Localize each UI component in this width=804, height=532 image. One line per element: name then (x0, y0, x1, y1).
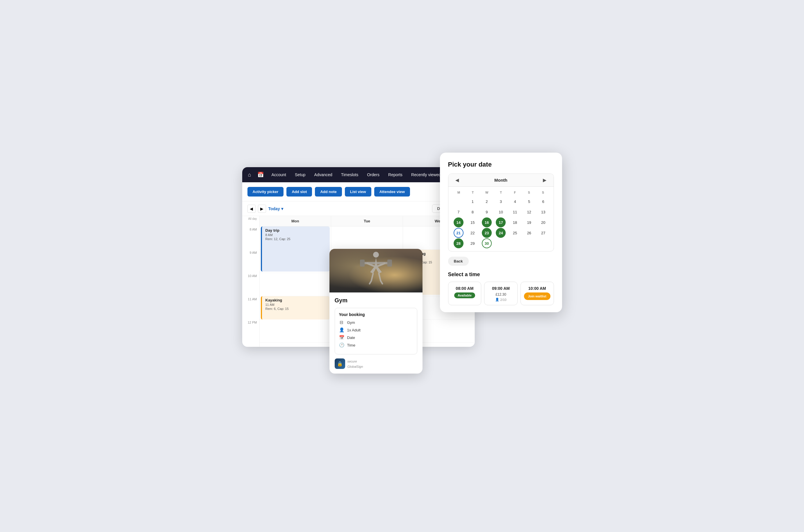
mini-cal-grid: M T W T F S S 1 2 3 4 5 6 (448, 187, 554, 251)
booking-summary: Your booking ⊟ Gym 👤 1x Adult 📅 Date 🕐 T… (335, 308, 417, 354)
nav-orders[interactable]: Orders (363, 170, 384, 179)
time-9am: 9 AM (242, 250, 259, 273)
cal-nav: ◀ ▶ Today ▾ (247, 205, 283, 213)
booking-row-gym: ⊟ Gym (339, 320, 413, 325)
time-12pm: 12 PM (242, 320, 259, 343)
next-button[interactable]: ▶ (258, 205, 266, 213)
mini-cal-header: ◀ Month ▶ (448, 174, 554, 187)
nav-timeslots[interactable]: Timeslots (337, 170, 362, 179)
cal-day-6[interactable]: 6 (538, 196, 548, 206)
time-8am: 8 AM (242, 226, 259, 250)
globalsign-label: GlobalSign (348, 365, 363, 368)
weekdays-row: M T W T F S S (452, 190, 550, 195)
home-icon[interactable]: ⌂ (245, 170, 254, 180)
cal-day-20[interactable]: 20 (538, 217, 548, 227)
day-header-mon: Mon (260, 216, 331, 226)
cal-day-1[interactable]: 1 (468, 196, 478, 206)
cal-day-26[interactable]: 26 (524, 228, 534, 238)
date-picker-panel: Pick your date ◀ Month ▶ M T W T F S S (440, 153, 562, 312)
timeslot-9am[interactable]: 09:00 AM £12.30 👤 2/10 (484, 282, 518, 305)
days-grid: 1 2 3 4 5 6 7 8 9 10 11 12 13 14 15 (452, 196, 550, 248)
time-price: £12.30 (487, 292, 515, 297)
cal-day-17[interactable]: 17 (496, 217, 506, 227)
cal-day-24[interactable]: 24 (496, 228, 506, 238)
timeslot-10am[interactable]: 10:00 AM Join waitlist (521, 282, 554, 305)
cal-day-23[interactable]: 23 (482, 228, 492, 238)
prev-button[interactable]: ◀ (247, 205, 256, 213)
gym-icon: ⊟ (339, 320, 344, 325)
time-slots-row: 08:00 AM Available 09:00 AM £12.30 👤 2/1… (448, 282, 554, 305)
cal-prev-button[interactable]: ◀ (453, 177, 461, 184)
add-note-button[interactable]: Add note (315, 187, 342, 196)
day-header-tue: Tue (331, 216, 403, 226)
list-view-button[interactable]: List view (345, 187, 371, 196)
cal-day-13[interactable]: 13 (538, 207, 548, 217)
cal-day-5[interactable]: 5 (524, 196, 534, 206)
cal-day-10[interactable]: 10 (496, 207, 506, 217)
cal-day-29[interactable]: 29 (468, 239, 478, 248)
nav-setup[interactable]: Setup (291, 170, 310, 179)
secure-label: secure (348, 360, 357, 363)
cal-day-16[interactable]: 16 (482, 217, 492, 227)
back-button[interactable]: Back (448, 257, 469, 266)
gym-title: Gym (335, 297, 417, 304)
cal-day-14[interactable]: 14 (454, 217, 464, 227)
available-badge: Available (454, 292, 475, 298)
day-col-mon: Mon Day trip 8 AM Rem: 12, Cap: 25 (260, 216, 332, 347)
event-kayaking-mon[interactable]: Kayaking 11 AM Rem: 6, Cap: 15 (261, 296, 330, 320)
attendee-view-button[interactable]: Attendee view (374, 187, 410, 196)
time-11am: 11 AM (242, 296, 259, 320)
date-picker-title: Pick your date (448, 161, 554, 168)
cal-day-22[interactable]: 22 (468, 228, 478, 238)
clock-icon: 🕐 (339, 342, 344, 348)
gym-booking-card: Gym Your booking ⊟ Gym 👤 1x Adult 📅 Date… (330, 249, 423, 374)
join-waitlist-button[interactable]: Join waitlist (524, 292, 550, 300)
nav-reports[interactable]: Reports (384, 170, 407, 179)
cal-day-21[interactable]: 21 (454, 228, 464, 238)
secure-footer: 🔒 secure GlobalSign (335, 358, 417, 369)
cal-day-7[interactable]: 7 (454, 207, 464, 217)
cal-day-3[interactable]: 3 (496, 196, 506, 206)
select-time-title: Select a time (448, 271, 554, 278)
cal-day-15[interactable]: 15 (468, 217, 478, 227)
svg-point-3 (373, 252, 379, 258)
cal-day-11[interactable]: 11 (510, 207, 520, 217)
today-button[interactable]: Today ▾ (268, 206, 283, 211)
nav-recently-viewed[interactable]: Recently viewed (407, 170, 445, 179)
cal-day-25[interactable]: 25 (510, 228, 520, 238)
cal-day-12[interactable]: 12 (524, 207, 534, 217)
scene: ⌂ 📅 Account Setup Advanced Timeslots Ord… (242, 153, 562, 379)
cal-day-2[interactable]: 2 (482, 196, 492, 206)
cal-day-4[interactable]: 4 (510, 196, 520, 206)
gym-image (330, 249, 423, 292)
booking-row-date: 📅 Date (339, 335, 413, 340)
cal-day-28[interactable]: 28 (454, 239, 464, 248)
booking-row-adult: 👤 1x Adult (339, 327, 413, 332)
person-icon: 👤 (339, 327, 344, 332)
mini-calendar: ◀ Month ▶ M T W T F S S 1 2 (448, 174, 554, 251)
cal-day-8[interactable]: 8 (468, 207, 478, 217)
cal-day-empty (454, 196, 464, 206)
nav-account[interactable]: Account (267, 170, 290, 179)
gym-image-inner (330, 249, 423, 292)
add-slot-button[interactable]: Add slot (286, 187, 312, 196)
svg-rect-2 (387, 260, 392, 267)
activity-picker-button[interactable]: Activity picker (247, 187, 284, 196)
allday-label: All day (242, 216, 259, 226)
cal-day-27[interactable]: 27 (538, 228, 548, 238)
cal-day-30[interactable]: 30 (482, 239, 492, 248)
cal-next-button[interactable]: ▶ (541, 177, 549, 184)
month-label: Month (494, 178, 507, 183)
timeslot-8am[interactable]: 08:00 AM Available (448, 282, 482, 305)
calendar-icon[interactable]: 📅 (255, 169, 267, 180)
gym-body: Gym Your booking ⊟ Gym 👤 1x Adult 📅 Date… (330, 292, 423, 374)
booking-summary-title: Your booking (339, 312, 413, 317)
time-10am: 10 AM (242, 273, 259, 296)
cal-day-18[interactable]: 18 (510, 217, 520, 227)
nav-advanced[interactable]: Advanced (310, 170, 336, 179)
booking-row-time: 🕐 Time (339, 342, 413, 348)
cal-day-9[interactable]: 9 (482, 207, 492, 217)
secure-badge: 🔒 (335, 358, 345, 369)
event-day-trip[interactable]: Day trip 8 AM Rem: 12, Cap: 25 (261, 226, 330, 271)
cal-day-19[interactable]: 19 (524, 217, 534, 227)
